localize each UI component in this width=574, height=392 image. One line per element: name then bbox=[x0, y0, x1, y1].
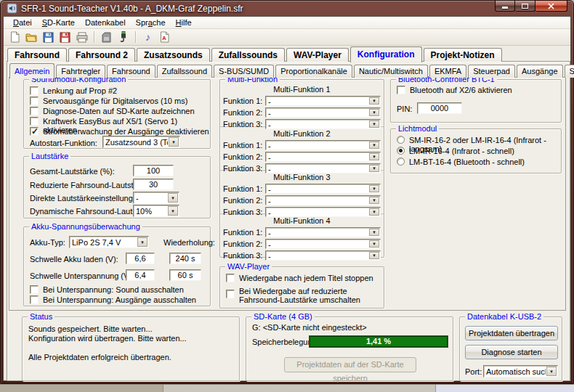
radio-button[interactable] bbox=[397, 147, 405, 155]
tab-wav-player[interactable]: WAV-Player bbox=[286, 48, 349, 62]
checkbox-box[interactable] bbox=[30, 86, 39, 95]
tab-fahrsound[interactable]: Fahrsound bbox=[7, 48, 67, 62]
menu-datei[interactable]: Datei bbox=[8, 17, 37, 28]
checkbox-unterspannung-ausgaenge[interactable]: Bei Unterspannung: Ausgänge ausschalten bbox=[30, 295, 196, 304]
checkbox-box[interactable] bbox=[30, 107, 39, 115]
chevron-down-icon[interactable]: ▼ bbox=[369, 229, 379, 236]
checkbox-stromueberwachung[interactable]: Stromüberwachung der Ausgänge deaktivier… bbox=[30, 127, 209, 136]
funktion-select[interactable]: -▼ bbox=[265, 227, 381, 237]
funktion-select[interactable]: -▼ bbox=[265, 250, 381, 261]
tab-zusatzsounds[interactable]: Zusatzsounds bbox=[137, 48, 210, 62]
sd-karte-speichern-button[interactable]: Projektdaten auf der SD-Karte speichern bbox=[284, 357, 416, 372]
chevron-down-icon[interactable]: ▼ bbox=[369, 252, 379, 259]
funktion-select[interactable]: -▼ bbox=[265, 195, 381, 205]
usb-cable-icon[interactable] bbox=[116, 30, 130, 44]
diagnose-starten-button[interactable]: Diagnose starten bbox=[465, 345, 558, 359]
open-project-icon[interactable] bbox=[25, 30, 39, 44]
pdf-export-icon[interactable]: A bbox=[158, 30, 171, 44]
chevron-down-icon[interactable]: ▼ bbox=[137, 237, 147, 247]
chevron-down-icon[interactable]: ▼ bbox=[369, 165, 379, 172]
print-icon[interactable] bbox=[75, 30, 89, 44]
chevron-down-icon[interactable]: ▼ bbox=[369, 208, 379, 216]
save-project-red-icon[interactable] bbox=[58, 30, 72, 44]
tab-konfiguration[interactable]: Konfiguration bbox=[350, 46, 422, 62]
funktion-select[interactable]: -▼ bbox=[265, 140, 381, 150]
checkbox-unterspannung-sound[interactable]: Bei Unterspannung: Sound ausschalten bbox=[30, 285, 184, 294]
funktion-select[interactable]: -▼ bbox=[265, 163, 381, 173]
checkbox-bluetooth-aktivieren[interactable]: Bluetooth auf X2/6 aktivieren bbox=[397, 86, 512, 94]
reduzierte-lautstaerke-input[interactable]: 30 bbox=[133, 179, 174, 190]
radio-button[interactable] bbox=[397, 136, 405, 144]
close-button[interactable] bbox=[535, 1, 567, 12]
checkbox-box[interactable] bbox=[30, 295, 39, 304]
wiederholung-laden-input[interactable]: 240 s bbox=[169, 253, 201, 264]
maximize-button[interactable] bbox=[515, 1, 535, 12]
menu-hilfe[interactable]: Hilfe bbox=[171, 17, 197, 28]
checkbox-box[interactable] bbox=[226, 290, 235, 298]
checkbox-wiedergabe-stoppen[interactable]: Wiedergabe nach jedem Titel stoppen bbox=[226, 274, 373, 282]
chevron-down-icon[interactable]: ▼ bbox=[168, 193, 178, 203]
checkbox-digitalservos[interactable]: Servoausgänge für Digitalservos (10 ms) bbox=[30, 97, 187, 105]
chevron-down-icon[interactable]: ▼ bbox=[369, 109, 379, 116]
menu-datenkabel[interactable]: Datenkabel bbox=[80, 17, 131, 28]
chevron-down-icon[interactable]: ▼ bbox=[369, 240, 379, 248]
subtab-allgemein[interactable]: Allgemein bbox=[9, 63, 54, 78]
new-file-icon[interactable] bbox=[8, 30, 22, 44]
subtab-steuerpad[interactable]: Steuerpad bbox=[468, 65, 515, 78]
chevron-down-icon[interactable]: ▼ bbox=[369, 153, 379, 160]
checkbox-box[interactable] bbox=[30, 127, 39, 136]
menu-sprache[interactable]: Sprache bbox=[131, 17, 171, 28]
funktion-select[interactable]: -▼ bbox=[265, 119, 381, 129]
subtab-zufallssound[interactable]: Zufallssound bbox=[157, 65, 212, 78]
menu-sd-karte[interactable]: SD-Karte bbox=[37, 17, 80, 28]
radio-lm-bt-16-4[interactable]: LM-BT-16-4 (Bluetooth - schnell) bbox=[397, 158, 525, 166]
subtab-proportionalkanaele[interactable]: Proportionalkanäle bbox=[275, 65, 352, 78]
minimize-button[interactable] bbox=[495, 1, 515, 12]
dynamische-lautstaerke-select[interactable]: 10%▼ bbox=[133, 205, 179, 217]
chevron-down-icon[interactable]: ▼ bbox=[168, 206, 178, 216]
pin-input[interactable]: 0000 bbox=[417, 102, 462, 114]
radio-lm-ir-16-4[interactable]: LM-IR-16-4 (Infrarot - schnell) bbox=[397, 147, 514, 155]
funktion-select[interactable]: -▼ bbox=[265, 152, 381, 162]
funktion-select[interactable]: -▼ bbox=[265, 96, 381, 106]
sound-note-icon[interactable]: ♪ bbox=[141, 30, 155, 44]
chevron-down-icon[interactable]: ▼ bbox=[369, 121, 379, 128]
checkbox-box[interactable] bbox=[226, 274, 235, 282]
radio-button[interactable] bbox=[397, 158, 405, 166]
subtab-s-bus-sumd[interactable]: S-BUS/SUMD bbox=[214, 65, 274, 78]
subtab-ekmfa[interactable]: EKMFA bbox=[429, 65, 466, 78]
schwelle-unterspannung-input[interactable]: 6,4 bbox=[126, 269, 155, 281]
checkbox-box[interactable] bbox=[397, 86, 405, 94]
subtab-nautic-multiswitch[interactable]: Nautic/Multiswitch bbox=[354, 65, 428, 78]
sd-card-icon[interactable] bbox=[100, 30, 113, 44]
projektdaten-uebertragen-button[interactable]: Projektdaten übertragen bbox=[465, 326, 558, 340]
chevron-down-icon[interactable]: ▼ bbox=[369, 185, 379, 192]
akku-typ-select[interactable]: LiPo 2S 7,4 V▼ bbox=[69, 236, 149, 248]
gesamt-lautstaerke-input[interactable]: 100 bbox=[133, 165, 174, 176]
subtab-ausgaenge[interactable]: Ausgänge bbox=[517, 65, 563, 78]
tab-projekt-notizen[interactable]: Projekt-Notizen bbox=[424, 48, 502, 62]
checkbox-diagnose-daten[interactable]: Diagnose-Daten auf SD-Karte aufzeichnen bbox=[30, 107, 195, 115]
direkte-lautstaerke-select[interactable]: -▼ bbox=[133, 192, 179, 204]
chevron-down-icon[interactable]: ▼ bbox=[169, 137, 179, 147]
port-select[interactable]: Automatisch suchen▼ bbox=[483, 365, 558, 377]
chevron-down-icon[interactable]: ▼ bbox=[369, 97, 379, 105]
schwelle-laden-input[interactable]: 6,6 bbox=[126, 253, 155, 264]
tab-zufallssounds[interactable]: Zufallssounds bbox=[211, 48, 285, 62]
wiederholung-unterspannung-input[interactable]: 60 s bbox=[169, 269, 201, 281]
chevron-down-icon[interactable]: ▼ bbox=[369, 197, 379, 204]
checkbox-box[interactable] bbox=[30, 117, 39, 126]
autostart-funktion-select[interactable]: Zusatzsound 3 (Torp-Schi▼ bbox=[102, 136, 180, 148]
save-project-icon[interactable] bbox=[41, 30, 55, 44]
subtab-fahrsound[interactable]: Fahrsound bbox=[107, 65, 155, 78]
funktion-select[interactable]: -▼ bbox=[265, 207, 381, 217]
checkbox-lenkung-prop2[interactable]: Lenkung auf Prop #2 bbox=[30, 86, 117, 95]
funktion-select[interactable]: -▼ bbox=[265, 107, 381, 118]
funktion-select[interactable]: -▼ bbox=[265, 239, 381, 249]
checkbox-box[interactable] bbox=[30, 97, 39, 105]
tab-fahrsound-2[interactable]: Fahrsound 2 bbox=[68, 48, 135, 62]
subtab-servo-ausgaenge[interactable]: Servo-Ausgänge bbox=[565, 65, 574, 78]
funktion-select[interactable]: -▼ bbox=[265, 184, 381, 194]
subtab-fahrtregler[interactable]: Fahrtregler bbox=[56, 65, 105, 78]
titlebar[interactable]: SFR-1 Sound-Teacher V1.40b - A_DKM-Graf … bbox=[1, 1, 573, 16]
